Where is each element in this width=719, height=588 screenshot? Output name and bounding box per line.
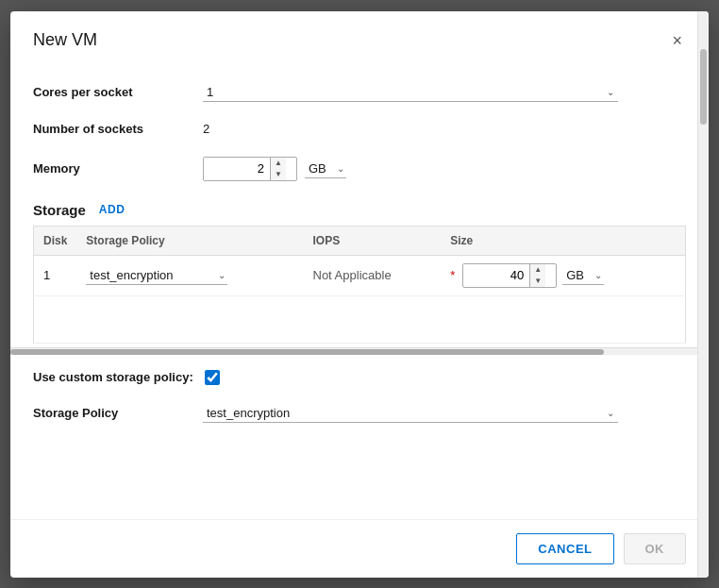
memory-spinner[interactable]: ▲ ▼ [203,157,297,181]
storage-policy-column-header: Storage Policy [76,226,303,255]
memory-unit-select[interactable]: GB MB [309,161,343,176]
custom-policy-row: Use custom storage policy: [33,355,686,395]
row-policy-select-wrapper[interactable]: test_encryption ⌄ [86,266,227,285]
memory-unit-select-wrapper[interactable]: GB MB ⌄ [305,160,346,178]
size-decrement-button[interactable]: ▼ [530,276,545,287]
disk-number: 1 [34,255,77,295]
row-policy-select[interactable]: test_encryption [90,268,224,282]
custom-policy-checkbox[interactable] [205,370,220,385]
cores-per-socket-select[interactable]: 1 2 4 [207,85,614,99]
memory-input-group: ▲ ▼ GB MB ⌄ [203,157,346,181]
memory-increment-button[interactable]: ▲ [271,158,286,169]
add-storage-button[interactable]: ADD [99,203,125,216]
custom-policy-checkbox-wrapper [205,370,220,385]
dialog-body: Cores per socket 1 2 4 ⌄ Number of socke… [10,66,709,519]
storage-policy-row: Storage Policy test_encryption ⌄ [33,395,686,438]
dialog-inner: Cores per socket 1 2 4 ⌄ Number of socke… [10,66,709,578]
close-button[interactable]: × [668,28,686,53]
size-input-group: * ▲ ▼ [450,263,676,288]
iops-column-header: IOPS [304,226,442,255]
dialog-title: New VM [33,30,97,50]
storage-policy-select-wrapper[interactable]: test_encryption ⌄ [203,404,618,423]
size-unit-select[interactable]: GB MB [566,268,600,282]
memory-decrement-button[interactable]: ▼ [271,169,286,180]
storage-policy-cell: test_encryption ⌄ [76,255,303,295]
memory-label: Memory [33,161,203,176]
storage-section: Storage ADD Disk Storage Policy IOPS Siz… [33,202,686,355]
cores-per-socket-label: Cores per socket [33,85,203,99]
size-spinner[interactable]: ▲ ▼ [462,263,557,288]
size-spinner-buttons: ▲ ▼ [529,264,545,287]
storage-policy-label: Storage Policy [33,406,203,420]
new-vm-dialog: New VM × Cores per socket 1 2 4 ⌄ [10,11,709,578]
cancel-button[interactable]: CANCEL [516,533,613,564]
memory-spinner-buttons: ▲ ▼ [270,158,286,180]
vertical-scrollbar[interactable] [697,66,709,578]
dialog-footer: CANCEL OK [10,519,709,578]
storage-title: Storage [33,202,86,218]
custom-policy-label: Use custom storage policy: [33,370,193,384]
storage-table: Disk Storage Policy IOPS Size 1 [33,226,686,344]
scrollbar-track [698,66,709,578]
size-increment-button[interactable]: ▲ [530,264,545,276]
iops-cell: Not Applicable [304,255,442,295]
number-of-sockets-value: 2 [203,122,209,136]
storage-table-header-row: Disk Storage Policy IOPS Size [34,226,686,255]
scrollbar-thumb [10,349,604,355]
size-column-header: Size [441,226,685,255]
size-input[interactable] [463,264,529,286]
dialog-content: Cores per socket 1 2 4 ⌄ Number of socke… [10,66,709,578]
memory-row: Memory ▲ ▼ GB MB [33,147,686,191]
table-row: 1 test_encryption ⌄ [34,255,686,295]
ok-button[interactable]: OK [624,533,687,564]
cores-per-socket-row: Cores per socket 1 2 4 ⌄ [33,74,686,111]
scrollbar-handle[interactable] [700,66,707,125]
storage-policy-select[interactable]: test_encryption [207,406,614,420]
number-of-sockets-row: Number of sockets 2 [33,111,686,147]
dialog-header: New VM × [10,11,709,66]
horizontal-scrollbar[interactable] [10,347,709,355]
required-indicator: * [450,268,455,282]
disk-column-header: Disk [34,226,77,255]
number-of-sockets-label: Number of sockets [33,122,203,136]
memory-input[interactable] [204,158,270,179]
size-unit-select-wrapper[interactable]: GB MB ⌄ [562,266,604,285]
storage-header: Storage ADD [33,202,686,218]
empty-row [34,295,686,343]
empty-cell [34,295,686,343]
iops-value: Not Applicable [313,268,392,282]
size-cell: * ▲ ▼ [441,255,685,295]
cores-per-socket-select-wrapper[interactable]: 1 2 4 ⌄ [203,83,618,102]
